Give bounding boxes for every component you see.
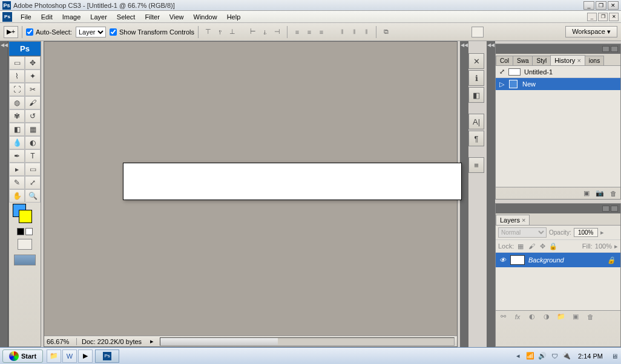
right-dock-collapse-right[interactable]: ◀◀ bbox=[487, 41, 495, 347]
crop-tool-icon[interactable]: ⛶ bbox=[9, 83, 25, 96]
close-icon[interactable]: × bbox=[577, 57, 580, 64]
fill-slider-icon[interactable]: ▸ bbox=[614, 242, 618, 250]
align-left-icon[interactable]: ⊢ bbox=[247, 27, 259, 37]
layers-panel-icon[interactable]: ≡ bbox=[468, 157, 484, 173]
color-swatches[interactable] bbox=[9, 203, 41, 227]
current-tool-indicator[interactable]: ▶+ bbox=[4, 26, 18, 38]
canvas-area[interactable]: 66.67% Doc: 220.2K/0 bytes ▸ bbox=[44, 41, 458, 347]
show-transform-checkbox[interactable]: Show Transform Controls bbox=[110, 28, 194, 36]
history-brush-tool-icon[interactable]: ↺ bbox=[25, 109, 41, 123]
blend-mode-dropdown[interactable]: Normal bbox=[498, 227, 547, 238]
lock-position-icon[interactable]: ✥ bbox=[538, 242, 547, 250]
gradient-tool-icon[interactable]: ▦ bbox=[25, 123, 41, 136]
hand-tool-icon[interactable]: ✋ bbox=[9, 189, 25, 203]
pen-tool-icon[interactable]: ✒ bbox=[9, 149, 25, 163]
doc-close-button[interactable]: ✕ bbox=[609, 13, 619, 21]
menu-file[interactable]: File bbox=[16, 12, 36, 22]
history-document-row[interactable]: ⤢ Untitled-1 bbox=[496, 66, 620, 78]
menu-view[interactable]: View bbox=[165, 12, 189, 22]
menu-image[interactable]: Image bbox=[58, 12, 86, 22]
lock-transparency-icon[interactable]: ▦ bbox=[516, 242, 525, 250]
quicklaunch-mediaplayer-icon[interactable]: ▶ bbox=[78, 349, 93, 363]
doc-minimize-button[interactable]: _ bbox=[587, 13, 597, 21]
navigator-panel-icon[interactable]: ✕ bbox=[468, 53, 484, 69]
dodge-tool-icon[interactable]: ◐ bbox=[25, 136, 41, 149]
tray-volume-icon[interactable]: 🔊 bbox=[538, 352, 547, 360]
eraser-tool-icon[interactable]: ◧ bbox=[9, 123, 25, 136]
taskbar-photoshop-button[interactable]: Ps bbox=[95, 349, 119, 363]
layer-mask-icon[interactable]: ◐ bbox=[527, 313, 537, 321]
opacity-slider-icon[interactable]: ▸ bbox=[600, 229, 604, 236]
quickmask-toggle[interactable] bbox=[18, 239, 32, 250]
distribute-top-icon[interactable]: ≡ bbox=[291, 27, 303, 37]
history-state-row[interactable]: ▷ New bbox=[496, 78, 620, 90]
distribute-left-icon[interactable]: ⦀ bbox=[336, 27, 348, 37]
move-tool-icon[interactable]: ✥ bbox=[25, 56, 41, 70]
notes-tool-icon[interactable]: ✎ bbox=[9, 176, 25, 189]
statusbar-menu-icon[interactable]: ▸ bbox=[146, 337, 157, 345]
tray-shield-icon[interactable]: 🛡 bbox=[550, 352, 559, 360]
zoom-tool-icon[interactable]: 🔍 bbox=[25, 189, 41, 203]
lock-pixels-icon[interactable]: 🖌 bbox=[527, 242, 536, 250]
distribute-right-icon[interactable]: ⦀ bbox=[360, 27, 372, 37]
document-canvas[interactable] bbox=[123, 163, 462, 200]
swap-colors-icon[interactable] bbox=[25, 228, 33, 235]
distribute-vcenter-icon[interactable]: ≡ bbox=[303, 27, 315, 37]
color-panel-icon[interactable]: ◧ bbox=[468, 87, 484, 103]
layer-thumbnail[interactable] bbox=[510, 255, 525, 265]
wand-tool-icon[interactable]: ✦ bbox=[25, 70, 41, 83]
close-icon[interactable]: × bbox=[522, 216, 525, 224]
delete-layer-icon[interactable]: 🗑 bbox=[585, 313, 595, 321]
distribute-hcenter-icon[interactable]: ⦀ bbox=[348, 27, 360, 37]
align-bottom-icon[interactable]: ⊥ bbox=[226, 27, 238, 37]
auto-align-icon[interactable]: ⧉ bbox=[380, 27, 392, 37]
tab-actions[interactable]: ions bbox=[585, 56, 604, 65]
left-dock-collapse[interactable]: ◀◀ bbox=[0, 41, 8, 347]
link-layers-icon[interactable]: ⚯ bbox=[498, 313, 508, 321]
stamp-tool-icon[interactable]: ✾ bbox=[9, 109, 25, 123]
align-right-icon[interactable]: ⊣ bbox=[271, 27, 283, 37]
opacity-field[interactable]: 100% bbox=[574, 228, 598, 237]
quicklaunch-explorer-icon[interactable]: 📁 bbox=[47, 349, 61, 363]
lock-all-icon[interactable]: 🔒 bbox=[549, 242, 557, 250]
minimize-button[interactable]: _ bbox=[583, 1, 594, 10]
workspace-dropdown[interactable]: Workspace ▾ bbox=[565, 26, 617, 37]
align-hcenter-icon[interactable]: ⫰ bbox=[259, 27, 271, 37]
doc-restore-button[interactable]: ❐ bbox=[598, 13, 608, 21]
taskbar-clock[interactable]: 2:14 PM bbox=[574, 353, 606, 360]
panel-close-icon[interactable] bbox=[611, 206, 618, 212]
layer-style-icon[interactable]: fx bbox=[513, 313, 522, 321]
character-panel-icon[interactable]: A| bbox=[468, 114, 484, 129]
shape-tool-icon[interactable]: ▭ bbox=[25, 163, 41, 176]
tab-styles[interactable]: Styl bbox=[532, 56, 551, 65]
align-top-icon[interactable]: ⊤ bbox=[202, 27, 214, 37]
screen-mode-toggle[interactable] bbox=[14, 255, 36, 265]
new-layer-icon[interactable]: ▣ bbox=[571, 313, 580, 321]
menu-help[interactable]: Help bbox=[222, 12, 246, 22]
marquee-tool-icon[interactable]: ▭ bbox=[9, 56, 25, 70]
delete-state-icon[interactable]: 🗑 bbox=[608, 189, 618, 198]
layer-visibility-icon[interactable]: 👁 bbox=[498, 256, 507, 264]
tab-layers[interactable]: Layers× bbox=[496, 215, 530, 225]
menu-filter[interactable]: Filter bbox=[140, 12, 164, 22]
layer-row[interactable]: 👁 Background 🔒 bbox=[496, 253, 620, 267]
new-snapshot-icon[interactable]: 📷 bbox=[595, 189, 605, 198]
bridge-icon[interactable] bbox=[472, 27, 484, 37]
background-color[interactable] bbox=[19, 210, 32, 223]
adjustment-layer-icon[interactable]: ◑ bbox=[542, 313, 551, 321]
show-transform-check[interactable] bbox=[110, 28, 117, 36]
zoom-field[interactable]: 66.67% bbox=[44, 338, 77, 345]
panel-minimize-icon[interactable] bbox=[602, 206, 610, 212]
menu-edit[interactable]: Edit bbox=[36, 12, 58, 22]
tray-desktop-icon[interactable]: 🖥 bbox=[610, 352, 619, 360]
blur-tool-icon[interactable]: 💧 bbox=[9, 136, 25, 149]
panel-close-icon[interactable] bbox=[611, 46, 618, 52]
menu-select[interactable]: Select bbox=[112, 12, 140, 22]
distribute-bottom-icon[interactable]: ≡ bbox=[315, 27, 327, 37]
default-colors-icon[interactable] bbox=[17, 228, 24, 235]
eyedropper-tool-icon[interactable]: ⤢ bbox=[25, 176, 41, 189]
slice-tool-icon[interactable]: ✂ bbox=[25, 83, 41, 96]
quicklaunch-word-icon[interactable]: W bbox=[62, 349, 77, 363]
horizontal-scrollbar[interactable] bbox=[160, 337, 455, 346]
close-button[interactable]: ✕ bbox=[608, 1, 619, 10]
